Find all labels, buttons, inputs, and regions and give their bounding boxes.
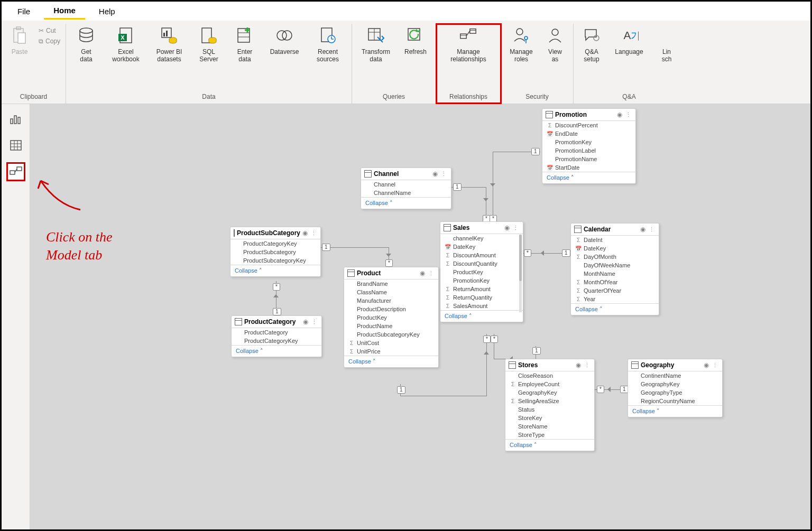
collapse-link[interactable]: Collapse ˄	[232, 345, 321, 357]
table-header[interactable]: ProductCategory◉⋮	[232, 316, 321, 328]
field-row[interactable]: channelKey	[440, 234, 523, 243]
paste-button[interactable]: Paste	[5, 24, 34, 58]
model-view-button[interactable]	[6, 162, 25, 181]
field-row[interactable]: ΣUnitPrice	[344, 347, 438, 356]
field-row[interactable]: ProductName	[344, 322, 438, 330]
view-as-button[interactable]: View as	[540, 24, 570, 66]
field-row[interactable]: GeographyKey	[505, 388, 594, 397]
sql-server-button[interactable]: SQL Server	[192, 24, 226, 66]
table-header[interactable]: Geography◉⋮	[628, 359, 722, 371]
report-view-button[interactable]	[6, 109, 25, 128]
field-row[interactable]: ΣUnitCost	[344, 339, 438, 347]
table-promotion[interactable]: Promotion◉⋮ΣDiscountPercent📅EndDatePromo…	[542, 108, 636, 184]
field-row[interactable]: 📅DateKey	[440, 243, 523, 251]
field-row[interactable]: BrandName	[344, 280, 438, 288]
manage-relationships-button[interactable]: Manage relationships	[439, 24, 497, 66]
table-header[interactable]: Promotion◉⋮	[542, 109, 635, 121]
language-button[interactable]: A가 Language	[608, 24, 650, 58]
field-row[interactable]: ΣYear	[571, 295, 659, 303]
field-row[interactable]: StoreKey	[505, 414, 594, 422]
field-row[interactable]: ΣDayOfMonth	[571, 253, 659, 261]
model-canvas[interactable]: Click on the Model tab 1 * 1 * 1 * 1 * *…	[30, 104, 810, 529]
collapse-link[interactable]: Collapse ˄	[542, 172, 635, 183]
field-row[interactable]: ΣMonthOfYear	[571, 278, 659, 286]
collapse-link[interactable]: Collapse ˄	[628, 405, 722, 417]
visibility-icon[interactable]: ◉	[704, 361, 709, 369]
table-productcat[interactable]: ProductCategory◉⋮ProductCategoryProductC…	[231, 315, 322, 357]
table-calendar[interactable]: Calendar◉⋮ΣDateInt📅DateKeyΣDayOfMonthDay…	[570, 223, 659, 315]
field-row[interactable]: StoreName	[505, 422, 594, 431]
scrollbar[interactable]	[519, 235, 522, 312]
more-icon[interactable]: ⋮	[427, 270, 435, 277]
field-row[interactable]: ClassName	[344, 288, 438, 296]
field-row[interactable]: PromotionName	[542, 155, 635, 163]
field-row[interactable]: 📅StartDate	[542, 163, 635, 172]
field-row[interactable]: ΣEmployeeCount	[505, 380, 594, 388]
table-geography[interactable]: Geography◉⋮ContinentNameGeographyKeyGeog…	[628, 359, 723, 417]
visibility-icon[interactable]: ◉	[302, 229, 308, 237]
field-row[interactable]: ΣQuarterOfYear	[571, 286, 659, 295]
field-row[interactable]: StoreType	[505, 431, 594, 439]
field-row[interactable]: ProductSubcategory	[230, 248, 320, 256]
field-row[interactable]: 📅DateKey	[571, 244, 659, 253]
field-row[interactable]: ProductCategoryKey	[230, 239, 320, 248]
field-row[interactable]: PromotionKey	[542, 138, 635, 146]
field-row[interactable]: ProductCategory	[232, 328, 321, 337]
field-row[interactable]: Manufacturer	[344, 296, 438, 305]
powerbi-datasets-button[interactable]: Power BI datasets	[149, 24, 190, 66]
visibility-icon[interactable]: ◉	[640, 226, 645, 233]
excel-workbook-button[interactable]: X Excel workbook	[105, 24, 146, 66]
field-row[interactable]: PromotionKey	[440, 276, 523, 285]
visibility-icon[interactable]: ◉	[420, 269, 425, 277]
table-stores[interactable]: Stores◉⋮CloseReasonΣEmployeeCountGeograp…	[505, 359, 595, 451]
visibility-icon[interactable]: ◉	[504, 224, 510, 231]
more-icon[interactable]: ⋮	[310, 230, 318, 237]
data-view-button[interactable]	[6, 136, 25, 155]
table-channel[interactable]: Channel◉⋮ChannelChannelNameCollapse ˄	[361, 167, 451, 209]
table-header[interactable]: Channel◉⋮	[361, 168, 451, 180]
table-header[interactable]: Stores◉⋮	[505, 359, 594, 371]
transform-data-button[interactable]: Transform data	[355, 24, 396, 66]
linguistic-schema-button[interactable]: Lin sch	[652, 24, 681, 66]
enter-data-button[interactable]: Enter data	[228, 24, 262, 66]
field-row[interactable]: RegionCountryName	[628, 397, 722, 405]
field-row[interactable]: ΣSalesAmount	[440, 302, 523, 310]
field-row[interactable]: ΣReturnAmount	[440, 285, 523, 293]
field-row[interactable]: ContinentName	[628, 371, 722, 380]
table-header[interactable]: Calendar◉⋮	[571, 223, 659, 236]
field-row[interactable]: ProductSubcategoryKey	[344, 330, 438, 339]
more-icon[interactable]: ⋮	[440, 171, 448, 178]
field-row[interactable]: ProductKey	[344, 313, 438, 322]
field-row[interactable]: ΣDateInt	[571, 236, 659, 244]
collapse-link[interactable]: Collapse ˄	[571, 303, 659, 315]
field-row[interactable]: GeographyType	[628, 388, 722, 397]
recent-sources-button[interactable]: Recent sources	[307, 24, 348, 66]
table-productsubcat[interactable]: ProductSubCategory◉⋮ProductCategoryKeyPr…	[230, 227, 321, 277]
menu-help[interactable]: Help	[89, 4, 125, 19]
table-header[interactable]: Product◉⋮	[344, 267, 438, 280]
table-header[interactable]: Sales◉⋮	[440, 222, 523, 234]
collapse-link[interactable]: Collapse ˄	[505, 439, 594, 451]
field-row[interactable]: MonthName	[571, 269, 659, 278]
cut-button[interactable]: ✂ Cut	[36, 26, 62, 35]
copy-button[interactable]: ⧉ Copy	[36, 36, 62, 46]
more-icon[interactable]: ⋮	[583, 362, 591, 369]
collapse-link[interactable]: Collapse ˄	[361, 197, 451, 209]
field-row[interactable]: CloseReason	[505, 371, 594, 380]
field-row[interactable]: ProductCategoryKey	[232, 337, 321, 345]
field-row[interactable]: GeographyKey	[628, 380, 722, 388]
table-product[interactable]: Product◉⋮BrandNameClassNameManufacturerP…	[344, 267, 439, 368]
refresh-button[interactable]: Refresh	[399, 24, 432, 58]
field-row[interactable]: ΣDiscountAmount	[440, 251, 523, 259]
table-header[interactable]: ProductSubCategory◉⋮	[230, 227, 320, 239]
field-row[interactable]: ProductSubcategoryKey	[230, 256, 320, 265]
visibility-icon[interactable]: ◉	[576, 361, 581, 369]
table-sales[interactable]: Sales◉⋮channelKey📅DateKeyΣDiscountAmount…	[440, 221, 523, 322]
field-row[interactable]: Status	[505, 405, 594, 414]
dataverse-button[interactable]: Dataverse	[264, 24, 305, 58]
visibility-icon[interactable]: ◉	[432, 170, 438, 178]
field-row[interactable]: DayOfWeekName	[571, 261, 659, 269]
more-icon[interactable]: ⋮	[512, 225, 520, 231]
collapse-link[interactable]: Collapse ˄	[344, 356, 438, 367]
qa-setup-button[interactable]: Q&A setup	[577, 24, 606, 66]
